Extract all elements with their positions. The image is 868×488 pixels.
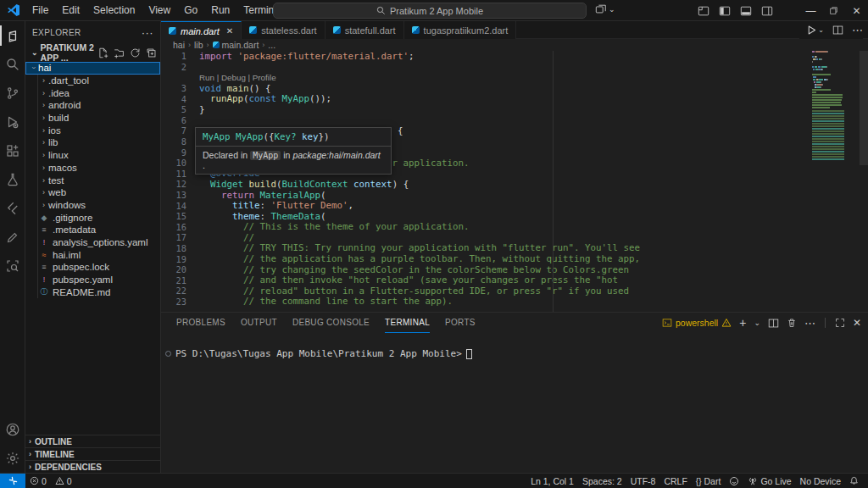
tab-stateless-dart[interactable]: stateless.dart [242,21,325,39]
refresh-icon[interactable] [130,47,141,58]
code-line-2[interactable]: 2 [161,62,868,73]
status-feedback[interactable] [725,474,743,488]
menu-file[interactable]: File [25,0,55,21]
editor-scrollbar[interactable] [860,51,868,165]
code-editor[interactable]: 1import 'package:flutter/material.dart';… [161,51,868,312]
code-line-23[interactable]: 23 // the command line to start the app)… [161,297,868,308]
tree-item--dart-tool[interactable]: ›.dart_tool [25,75,160,87]
toggle-panel-button[interactable] [735,0,756,21]
menu-run[interactable]: Run [204,0,236,21]
breadcrumb-item-maindart[interactable]: main.dart [222,40,259,50]
tree-item-windows[interactable]: ›windows [25,199,160,212]
tree-item-macos[interactable]: ›macos [25,162,160,175]
code-line-17[interactable]: 17 // [161,232,868,243]
tree-item--metadata[interactable]: ≡.metadata [25,224,160,236]
status-device-selector[interactable]: No Device [796,474,845,488]
tree-item-hai[interactable]: ›hai [25,62,160,75]
activity-search-icon[interactable] [0,50,25,79]
terminal[interactable]: PS D:\Tugas\Tugas App Mobile\Pratikum 2 … [161,333,868,359]
status-notifications-bell[interactable] [845,474,863,488]
activity-explorer-icon[interactable] [0,21,25,50]
tree-item-hai-iml[interactable]: ≈hai.iml [25,248,160,261]
minimap[interactable] [812,51,844,220]
tree-item--idea[interactable]: ›.idea [25,86,160,99]
tree-item-pubspec-yaml[interactable]: !pubspec.yaml [25,274,160,286]
code-line-5[interactable]: 5} [161,104,868,115]
breadcrumb-item-[interactable]: ... [268,40,275,50]
code-line-16[interactable]: 16 // This is the theme of your applicat… [161,222,868,233]
activity-frame-search-icon[interactable] [0,252,25,280]
tree-item-ios[interactable]: ›ios [25,124,160,136]
remote-indicator[interactable] [0,474,25,488]
code-line-3[interactable]: 3void main() { [161,83,868,94]
command-decoration-icon[interactable] [165,351,171,357]
code-line-20[interactable]: 20 // try changing the seedColor in the … [161,264,868,275]
layout-dropdown-button[interactable]: ⌄ [595,3,615,15]
status-errors[interactable]: 0 [25,474,51,488]
terminal-instance-label[interactable]: powershell [662,318,732,328]
settings-gear-icon[interactable] [0,444,25,473]
accounts-icon[interactable] [0,415,25,444]
split-editor-icon[interactable] [832,25,843,36]
panel-tab-problems[interactable]: PROBLEMS [176,313,225,333]
menu-go[interactable]: Go [177,0,204,21]
tab-tugaspratiikum2-dart[interactable]: tugaspratiikum2.dart [404,21,517,39]
code-line-12[interactable]: 12 Widget build(BuildContext context) { [161,179,868,190]
close-panel-icon[interactable]: ✕ [853,317,861,329]
run-or-debug-button[interactable]: ⌄ [806,25,824,36]
new-folder-icon[interactable] [114,47,125,58]
new-file-icon[interactable] [97,47,108,58]
status-indentation[interactable]: Spaces: 2 [578,474,626,488]
tree-item-analysis-options-yaml[interactable]: !analysis_options.yaml [25,236,160,249]
codelens-run-debug-profile[interactable]: Run | Debug | Profile [161,72,868,83]
window-close-button[interactable]: ✕ [845,0,868,21]
tree-item-build[interactable]: ›build [25,112,160,125]
editor-more-actions-icon[interactable]: ⋯ [852,24,863,36]
activity-run-debug-icon[interactable] [0,108,25,136]
code-line-6[interactable]: 6 [161,115,868,126]
code-line-14[interactable]: 14 title: 'Flutter Demo', [161,200,868,211]
tree-item-linux[interactable]: ›linux [25,149,160,162]
toggle-secondary-sidebar-button[interactable] [756,0,777,21]
activity-source-control-icon[interactable] [0,79,25,108]
tab-main-dart[interactable]: main.dart✕ [161,21,242,40]
project-section-header[interactable]: ⌄ PRATIKUM 2 APP ... [25,43,160,62]
activity-testing-icon[interactable] [0,165,25,194]
window-minimize-button[interactable]: — [799,0,822,21]
section-outline[interactable]: ›OUTLINE [25,435,160,447]
panel-tab-ports[interactable]: PORTS [445,313,476,333]
panel-more-actions-icon[interactable]: ⋯ [804,317,815,330]
status-eol[interactable]: CRLF [659,474,691,488]
tree-item-web[interactable]: ›web [25,186,160,199]
terminal-dropdown-icon[interactable]: ⌄ [754,319,760,327]
status-encoding[interactable]: UTF-8 [626,474,660,488]
activity-extensions-icon[interactable] [0,136,25,165]
tree-item-lib[interactable]: ›lib [25,136,160,149]
customize-layout-button[interactable] [693,0,714,21]
tree-item-test[interactable]: ›test [25,174,160,186]
tree-item-readme-md[interactable]: ⓘREADME.md [25,286,160,298]
code-line-18[interactable]: 18 // TRY THIS: Try running your applica… [161,243,868,254]
activity-pen-icon[interactable] [0,223,25,252]
code-line-22[interactable]: 22 // reload" button in a Flutter-suppor… [161,286,868,297]
breadcrumb-item-hai[interactable]: hai [173,40,185,50]
tree-item-android[interactable]: ›android [25,99,160,112]
panel-tab-terminal[interactable]: TERMINAL [385,313,430,333]
window-maximize-button[interactable] [822,0,845,21]
section-dependencies[interactable]: ›DEPENDENCIES [25,460,160,473]
code-line-15[interactable]: 15 theme: ThemeData( [161,211,868,222]
activity-flutter-icon[interactable] [0,194,25,223]
tab-close-icon[interactable]: ✕ [226,26,233,36]
status-warnings[interactable]: 0 [51,474,76,488]
kill-terminal-icon[interactable] [787,318,797,328]
new-terminal-button[interactable]: + [739,316,746,330]
maximize-panel-icon[interactable] [835,318,845,328]
tree-item--gitignore[interactable]: ◆.gitignore [25,211,160,224]
collapse-all-icon[interactable] [146,47,157,58]
tooltip-declared-path[interactable]: package:hai/main.dart [292,150,380,160]
menu-view[interactable]: View [142,0,177,21]
tree-item-pubspec-lock[interactable]: ≡pubspec.lock [25,261,160,274]
breadcrumb-item-lib[interactable]: lib [194,40,203,50]
status-language-mode[interactable]: {}Dart [692,474,726,488]
tooltip-symbol-chip[interactable]: MyApp [250,151,281,160]
